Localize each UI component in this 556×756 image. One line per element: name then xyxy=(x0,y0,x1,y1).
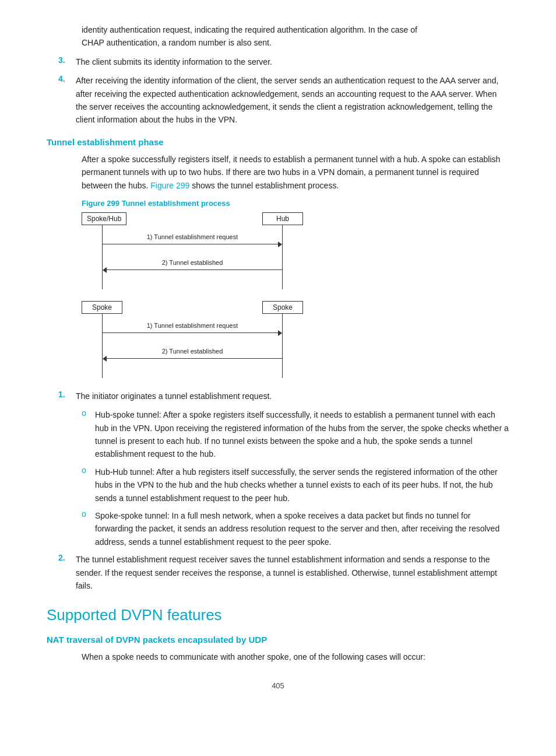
item-2-text: The tunnel establishment request receive… xyxy=(76,553,509,592)
sub-text-hub-spoke: Hub-spoke tunnel: After a spoke register… xyxy=(95,408,509,461)
intro-text: identity authentication request, indicat… xyxy=(82,23,509,50)
item-2-num: 2. xyxy=(58,553,76,592)
sub-text-hub-hub: Hub-Hub tunnel: After a hub registers it… xyxy=(95,466,509,505)
seq-diagram-1: Spoke/Hub Hub 1) Tunnel establishment re… xyxy=(82,212,303,289)
arrow-2-left xyxy=(103,267,282,273)
intro-line1: identity authentication request, indicat… xyxy=(82,25,417,34)
arrow-3-label: 1) Tunnel establishment request xyxy=(147,322,238,329)
numbered-item-1: 1. The initiator originates a tunnel est… xyxy=(47,390,509,402)
sub-bullet-3: o xyxy=(82,509,90,548)
figure-label: Figure 299 Tunnel establishment process xyxy=(82,199,509,208)
supported-dvpn-heading: Supported DVPN features xyxy=(47,606,509,624)
item-3-num: 3. xyxy=(58,55,76,68)
numbered-item-3: 3. The client submits its identity infor… xyxy=(47,55,509,68)
arrow-1-right xyxy=(103,242,282,247)
seq-header-2: Spoke Spoke xyxy=(82,301,303,314)
figure-link[interactable]: Figure 299 xyxy=(150,181,189,190)
item-4-num: 4. xyxy=(58,74,76,127)
page-number: 405 xyxy=(47,681,509,690)
arrow-4-label: 2) Tunnel established xyxy=(162,348,223,355)
lifeline-left-1 xyxy=(102,225,103,289)
entity-hub: Hub xyxy=(262,212,303,225)
arrow-3-right xyxy=(103,330,282,336)
seq-lines-2: 1) Tunnel establishment request 2) Tunne… xyxy=(82,314,303,378)
tunnel-body2: shows the tunnel establishment process. xyxy=(192,181,339,190)
diagram-2: Spoke Spoke 1) Tunnel establishment requ… xyxy=(82,301,474,378)
item-1-text: The initiator originates a tunnel establ… xyxy=(76,390,509,402)
entity-spoke-left: Spoke xyxy=(82,301,122,314)
sub-item-hub-hub: o Hub-Hub tunnel: After a hub registers … xyxy=(47,466,509,505)
sub-bullet-1: o xyxy=(82,408,90,461)
tunnel-body: After a spoke successfully registers its… xyxy=(82,153,509,192)
lifeline-right-1 xyxy=(282,225,283,289)
page-content: identity authentication request, indicat… xyxy=(0,0,556,725)
sub-bullet-2: o xyxy=(82,466,90,505)
arrow-1-label: 1) Tunnel establishment request xyxy=(147,233,238,240)
item-3-text: The client submits its identity informat… xyxy=(76,55,509,68)
seq-lines-1: 1) Tunnel establishment request 2) Tunne… xyxy=(82,225,303,289)
sub-text-spoke-spoke: Spoke-spoke tunnel: In a full mesh netwo… xyxy=(95,509,509,548)
seq-diagram-2: Spoke Spoke 1) Tunnel establishment requ… xyxy=(82,301,303,378)
lifeline-right-2 xyxy=(282,314,283,378)
sub-item-spoke-spoke: o Spoke-spoke tunnel: In a full mesh net… xyxy=(47,509,509,548)
numbered-item-4: 4. After receiving the identity informat… xyxy=(47,74,509,127)
tunnel-heading: Tunnel establishment phase xyxy=(47,137,509,147)
lifeline-left-2 xyxy=(102,314,103,378)
entity-spoke-hub: Spoke/Hub xyxy=(82,212,126,225)
nat-traversal-body: When a spoke needs to communicate with a… xyxy=(82,650,509,663)
nat-traversal-heading: NAT traversal of DVPN packets encapsulat… xyxy=(47,635,509,645)
arrow-2-label: 2) Tunnel established xyxy=(162,259,223,266)
seq-header-1: Spoke/Hub Hub xyxy=(82,212,303,225)
intro-line2: CHAP authentication, a random number is … xyxy=(82,38,272,47)
numbered-item-2: 2. The tunnel establishment request rece… xyxy=(47,553,509,592)
diagram-1: Spoke/Hub Hub 1) Tunnel establishment re… xyxy=(82,212,474,289)
arrow-4-left xyxy=(103,356,282,362)
sub-item-hub-spoke: o Hub-spoke tunnel: After a spoke regist… xyxy=(47,408,509,461)
entity-spoke-right: Spoke xyxy=(262,301,303,314)
item-1-num: 1. xyxy=(58,390,76,402)
item-4-text: After receiving the identity information… xyxy=(76,74,509,127)
